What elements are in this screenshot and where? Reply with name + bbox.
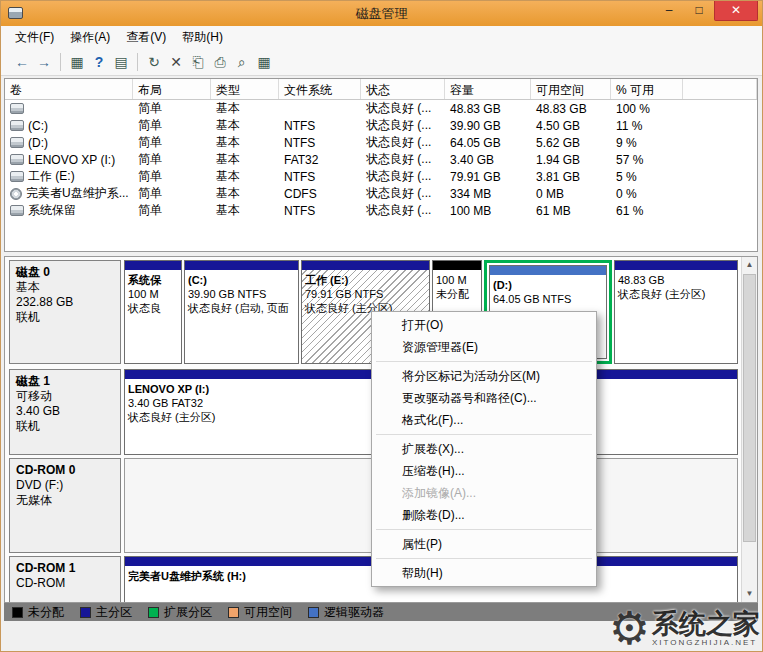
disk-0-label[interactable]: 磁盘 0 基本 232.88 GB 联机 [9,260,121,364]
menu-item-open[interactable]: 打开(O) [372,314,596,336]
legend-logical-drive: 逻辑驱动器 [308,604,384,621]
volume-list-pane: 卷 布局 类型 文件系统 状态 容量 可用空间 % 可用 简单 基本 状态良好 … [4,78,758,252]
menu-item-help[interactable]: 帮助(H) [372,562,596,584]
volume-icon [10,103,24,114]
volume-name: LENOVO XP (I:) [28,153,115,167]
minimize-button[interactable]: – [654,1,684,21]
volume-name: (D:) [28,136,48,150]
context-menu: 打开(O) 资源管理器(E) 将分区标记为活动分区(M) 更改驱动器号和路径(C… [371,311,597,587]
cdrom-0-label[interactable]: CD-ROM 0 DVD (F:) 无媒体 [9,458,121,553]
menu-action[interactable]: 操作(A) [62,27,118,48]
volume-name: 系统保留 [28,202,76,219]
column-status[interactable]: 状态 [361,79,445,99]
table-row[interactable]: 简单 基本 状态良好 (... 48.83 GB 48.83 GB 100 % [5,100,757,117]
column-type[interactable]: 类型 [211,79,279,99]
menu-view[interactable]: 查看(V) [118,27,174,48]
column-pct-free[interactable]: % 可用 [611,79,683,99]
primary-partition-stripe [302,261,429,270]
volume-name: (C:) [28,119,48,133]
unallocated-stripe [433,261,481,270]
column-volume[interactable]: 卷 [5,79,133,99]
disk-1-label[interactable]: 磁盘 1 可移动 3.40 GB 联机 [9,369,121,455]
menu-bar: 文件(F) 操作(A) 查看(V) 帮助(H) [1,26,762,48]
print-icon[interactable]: ⎙ [209,52,231,72]
back-icon[interactable]: ← [11,52,33,72]
cdrom-1-label[interactable]: CD-ROM 1 CD-ROM [9,556,121,603]
volume-name: 工作 (E:) [28,168,75,185]
menu-item-extend-volume[interactable]: 扩展卷(X)... [372,438,596,460]
volume-icon [10,137,24,148]
refresh-icon[interactable]: ↻ [143,52,165,72]
export-list-icon[interactable]: ▤ [110,52,132,72]
legend-free-space: 可用空间 [228,604,292,621]
partition-system-reserved[interactable]: 系统保 100 M 状态良 [124,260,182,364]
column-free-space[interactable]: 可用空间 [531,79,611,99]
table-row[interactable]: 系统保留 简单 基本 NTFS 状态良好 (... 100 MB 61 MB 6… [5,202,757,219]
volume-icon [10,154,24,165]
toolbar: ← → ▦ ? ▤ ↻ ✕ ⎗ ⎙ ⌕ ▦ [1,48,762,76]
toolbar-separator [60,53,61,71]
volume-icon [10,205,24,216]
menu-file[interactable]: 文件(F) [7,27,62,48]
menu-separator [376,361,592,362]
scrollbar-thumb[interactable] [743,274,756,542]
view-icon[interactable]: ▦ [253,52,275,72]
find-icon[interactable]: ⌕ [231,52,253,72]
menu-separator [376,529,592,530]
gear-icon: ⚙ [609,605,650,651]
menu-item-change-drive-letter[interactable]: 更改驱动器号和路径(C)... [372,387,596,409]
title-bar: 磁盘管理 – □ ✕ [1,1,762,26]
menu-separator [376,434,592,435]
table-row[interactable]: LENOVO XP (I:) 简单 基本 FAT32 状态良好 (... 3.4… [5,151,757,168]
menu-item-format[interactable]: 格式化(F)... [372,409,596,431]
disk-management-window: 磁盘管理 – □ ✕ 文件(F) 操作(A) 查看(V) 帮助(H) ← → ▦… [0,0,763,652]
open-icon[interactable]: ⎗ [187,52,209,72]
menu-item-properties[interactable]: 属性(P) [372,533,596,555]
delete-volume-icon[interactable]: ✕ [165,52,187,72]
window-title: 磁盘管理 [1,5,762,23]
logical-drive-stripe [490,266,606,275]
partition-unlettered[interactable]: 48.83 GB 状态良好 (主分区) [614,260,738,364]
primary-color-swatch [80,607,91,618]
unallocated-color-swatch [12,607,23,618]
menu-item-add-mirror: 添加镜像(A)... [372,482,596,504]
legend-unallocated: 未分配 [12,604,64,621]
primary-partition-stripe [125,261,181,270]
volume-icon [10,171,24,182]
scroll-up-icon[interactable]: ▲ [742,257,757,273]
volume-table-header: 卷 布局 类型 文件系统 状态 容量 可用空间 % 可用 [5,79,757,100]
free-space-color-swatch [228,607,239,618]
menu-item-explorer[interactable]: 资源管理器(E) [372,336,596,358]
table-row[interactable]: 工作 (E:) 简单 基本 NTFS 状态良好 (... 79.91 GB 3.… [5,168,757,185]
table-row[interactable]: 完美者U盘维护系... 简单 基本 CDFS 状态良好 (... 334 MB … [5,185,757,202]
cd-volume-icon [10,188,22,200]
table-row[interactable]: (C:) 简单 基本 NTFS 状态良好 (... 39.90 GB 4.50 … [5,117,757,134]
volume-icon [10,120,24,131]
forward-icon[interactable]: → [33,52,55,72]
table-row[interactable]: (D:) 简单 基本 NTFS 状态良好 (... 64.05 GB 5.62 … [5,134,757,151]
primary-partition-stripe [185,261,298,270]
maximize-button[interactable]: □ [684,1,714,21]
vertical-scrollbar[interactable]: ▲ ▼ [741,257,757,602]
watermark: ⚙ 系统之家 XITONGZHIJIA.NET [609,605,760,651]
menu-item-shrink-volume[interactable]: 压缩卷(H)... [372,460,596,482]
menu-separator [376,558,592,559]
watermark-title: 系统之家 [652,610,760,638]
column-capacity[interactable]: 容量 [445,79,531,99]
close-button[interactable]: ✕ [714,1,758,21]
watermark-subtitle: XITONGZHIJIA.NET [652,638,760,647]
column-layout[interactable]: 布局 [133,79,211,99]
scroll-down-icon[interactable]: ▼ [742,586,757,602]
toolbar-separator [137,53,138,71]
primary-partition-stripe [615,261,737,270]
volume-name: 完美者U盘维护系... [26,185,129,202]
legend-primary: 主分区 [80,604,132,621]
menu-item-mark-active[interactable]: 将分区标记为活动分区(M) [372,365,596,387]
logical-drive-color-swatch [308,607,319,618]
menu-item-delete-volume[interactable]: 删除卷(D)... [372,504,596,526]
help-icon[interactable]: ? [88,52,110,72]
partition-c[interactable]: (C:) 39.90 GB NTFS 状态良好 (启动, 页面 [184,260,299,364]
column-filesystem[interactable]: 文件系统 [279,79,361,99]
console-tree-icon[interactable]: ▦ [66,52,88,72]
menu-help[interactable]: 帮助(H) [174,27,231,48]
